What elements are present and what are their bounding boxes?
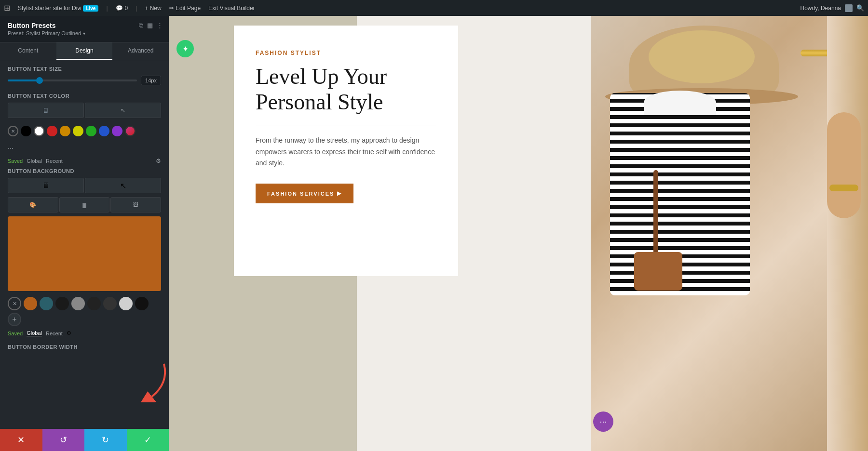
bg-cursor-btn[interactable]: ↖	[85, 178, 161, 193]
bg-style-gradient-btn[interactable]: ▓	[59, 197, 110, 212]
panel-tabs: Content Design Advanced	[0, 42, 169, 60]
image-icon: 🖼	[133, 202, 138, 208]
cancel-button[interactable]: ✕	[0, 429, 42, 451]
gradient-icon: ▓	[82, 202, 86, 208]
user-menu[interactable]: Howdy, Deanna 🔍	[800, 4, 865, 12]
card-title: Level Up YourPersonal Style	[256, 64, 436, 115]
more-options-icon[interactable]: ⋮	[157, 22, 163, 29]
recent-color-5[interactable]	[87, 297, 101, 310]
gear-icon[interactable]: ⚙	[156, 158, 161, 164]
recent-color-8[interactable]	[135, 297, 149, 310]
wp-admin-bar: ⊞ Stylist starter site for Divi Live | 💬…	[0, 0, 868, 16]
slider-thumb[interactable]	[36, 77, 43, 84]
color-preview-large[interactable]	[8, 216, 161, 291]
recent-global-tab[interactable]: Global	[27, 330, 42, 336]
recent-color-4[interactable]	[71, 297, 85, 310]
color-swatch-green[interactable]	[86, 126, 96, 136]
recent-color-3[interactable]	[55, 297, 69, 310]
cta-button[interactable]: FASHION SERVICES ▶	[256, 184, 353, 203]
search-icon[interactable]: 🔍	[856, 4, 864, 12]
more-swatches-icon[interactable]: ···	[8, 144, 14, 152]
recent-color-6[interactable]	[103, 297, 117, 310]
slider-value[interactable]: 14px	[141, 76, 161, 85]
color-swatches	[8, 122, 161, 140]
recent-gear-icon[interactable]: ⚙	[67, 330, 71, 336]
bg-type-row: 🖥 ↖	[8, 178, 161, 193]
button-text-size-label: Button Text Size	[8, 66, 161, 72]
hat-inner	[649, 30, 755, 83]
color-cursor-btn[interactable]: ↖	[85, 103, 161, 118]
bottom-toolbar: ✕ ↺ ↻ ✓	[0, 429, 169, 451]
bg-style-fill-btn[interactable]: 🎨	[8, 197, 58, 212]
card-body: From the runway to the streets, my appro…	[256, 135, 436, 169]
button-border-width-label: Button Border Width	[8, 344, 161, 350]
button-background-label: Button Background	[8, 168, 161, 174]
recent-tab[interactable]: Recent	[46, 158, 63, 164]
button-text-color-picker: 🖥 ↖	[8, 103, 161, 118]
bracelet	[829, 185, 858, 191]
bg-monitor-icon: 🖥	[42, 181, 50, 190]
tab-advanced[interactable]: Advanced	[112, 42, 169, 60]
cta-label: FASHION SERVICES	[267, 191, 334, 197]
bag-body	[634, 252, 682, 291]
main-layout: Button Presets Preset: Stylist Primary O…	[0, 16, 868, 451]
slider-track[interactable]	[8, 80, 137, 81]
panel-subtitle: Preset: Stylist Primary Outlined ▾	[8, 30, 161, 36]
live-badge: Live	[83, 5, 98, 12]
color-swatch-blue[interactable]	[99, 126, 109, 136]
color-swatch-red[interactable]	[47, 126, 57, 136]
undo-button[interactable]: ↺	[42, 429, 85, 451]
redo-button[interactable]: ↻	[84, 429, 127, 451]
new-button[interactable]: + New	[145, 5, 161, 12]
right-edge-panel	[827, 16, 868, 451]
color-swatch-purple[interactable]	[112, 126, 122, 136]
divi-edit-button[interactable]: ✦	[176, 40, 194, 57]
layout-icon[interactable]: ▦	[147, 22, 153, 29]
save-button[interactable]: ✓	[127, 429, 169, 451]
color-swatch-white[interactable]	[34, 126, 44, 136]
comment-icon: 💬	[116, 5, 123, 12]
left-panel: Button Presets Preset: Stylist Primary O…	[0, 16, 169, 451]
bg-style-image-btn[interactable]: 🖼	[110, 197, 161, 212]
color-swatch-black[interactable]	[21, 126, 31, 136]
recent-color-eyedropper[interactable]: ✕	[8, 297, 21, 310]
slider-fill	[8, 80, 40, 81]
color-swatch-orange[interactable]	[60, 126, 70, 136]
button-text-color-label: Button Text Color	[8, 93, 161, 99]
recent-color-7[interactable]	[119, 297, 133, 310]
color-swatch-yellow[interactable]	[73, 126, 83, 136]
avatar	[845, 4, 853, 12]
window-icon[interactable]: ⧉	[139, 22, 143, 29]
recent-recent-tab[interactable]: Recent	[46, 331, 63, 336]
white-card: FASHION STYLIST Level Up YourPersonal St…	[234, 26, 458, 276]
bg-monitor-btn[interactable]: 🖥	[8, 178, 84, 193]
button-background-section: Button Background 🖥 ↖ 🎨 ▓	[8, 168, 161, 336]
color-monitor-btn[interactable]: 🖥	[8, 103, 84, 118]
panel-title: Button Presets	[8, 22, 161, 29]
exit-visual-builder-button[interactable]: Exit Visual Builder	[208, 5, 255, 12]
add-color-button[interactable]: +	[8, 313, 21, 326]
saved-tab[interactable]: Saved	[8, 158, 23, 164]
site-name[interactable]: Stylist starter site for Divi Live	[18, 5, 98, 12]
cta-arrow-icon: ▶	[337, 190, 342, 197]
tab-design[interactable]: Design	[56, 42, 113, 60]
recent-color-1[interactable]	[24, 297, 37, 310]
edit-page-button[interactable]: ✏ Edit Page	[169, 5, 201, 12]
tab-content[interactable]: Content	[0, 42, 56, 60]
color-swatch-pink[interactable]	[125, 126, 136, 136]
comment-count[interactable]: 💬 0	[116, 5, 128, 12]
recent-colors-row: ✕ +	[8, 297, 161, 326]
arrow-indicator	[121, 359, 169, 402]
divi-icon: ✦	[182, 44, 189, 53]
monitor-icon: 🖥	[42, 106, 49, 114]
right-arm	[827, 112, 861, 218]
card-divider	[256, 125, 436, 125]
global-tab[interactable]: Global	[27, 158, 42, 164]
purple-dots-menu[interactable]: ···	[593, 411, 613, 432]
wp-logo-icon[interactable]: ⊞	[4, 3, 10, 13]
recent-saved-tab[interactable]: Saved	[8, 331, 23, 336]
recent-color-2[interactable]	[40, 297, 53, 310]
bg-cursor-icon: ↖	[120, 181, 126, 190]
bg-style-row: 🎨 ▓ 🖼	[8, 197, 161, 212]
eyedropper-btn[interactable]	[8, 126, 18, 136]
